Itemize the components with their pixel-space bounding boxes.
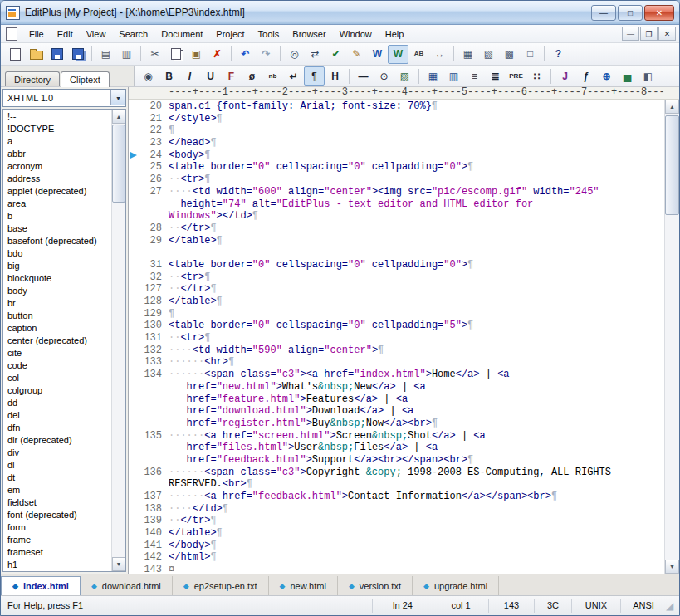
title-bar[interactable]: EditPlus [My Project] - [X:\home\EPP3\in… bbox=[1, 1, 679, 25]
code-line[interactable]: ······<hr>¶ bbox=[162, 356, 664, 369]
cliptext-item[interactable]: a bbox=[3, 135, 111, 148]
cliptext-item[interactable]: body bbox=[3, 285, 111, 297]
code-line[interactable]: ··</tr>¶ bbox=[162, 283, 664, 296]
context-help-icon[interactable]: ? bbox=[548, 45, 569, 64]
menu-tools[interactable]: Tools bbox=[252, 27, 286, 42]
cliptext-item[interactable]: colgroup bbox=[3, 384, 111, 397]
cliptext-library-dropdown[interactable]: XHTML 1.0 ▼ bbox=[2, 89, 126, 107]
cliptext-item[interactable]: dl bbox=[3, 459, 111, 472]
view-in-browser-icon[interactable]: W bbox=[367, 45, 388, 64]
code-line[interactable]: </table>¶ bbox=[162, 235, 664, 247]
javascript-icon[interactable]: J bbox=[555, 66, 575, 86]
code-line[interactable]: href="download.html">Download</a> | <a bbox=[162, 405, 664, 418]
cliptext-item[interactable]: font (deprecated) bbox=[3, 509, 111, 521]
cliptext-item[interactable]: blockquote bbox=[3, 272, 111, 285]
code-line[interactable]: ····</td>¶ bbox=[162, 503, 664, 516]
code-line[interactable]: ¤ bbox=[162, 564, 664, 574]
new-file-icon[interactable] bbox=[5, 45, 26, 64]
cliptext-item[interactable]: b bbox=[3, 210, 111, 222]
paste-icon[interactable]: ▣ bbox=[186, 45, 207, 64]
cliptext-item[interactable]: form bbox=[3, 521, 111, 534]
table-icon[interactable]: ▦ bbox=[423, 66, 443, 86]
print-icon[interactable]: ▤ bbox=[95, 45, 116, 64]
close-button[interactable]: ✕ bbox=[644, 5, 674, 21]
cliptext-item[interactable]: caption bbox=[3, 322, 111, 335]
code-line[interactable]: </head>¶ bbox=[162, 137, 664, 149]
menu-window[interactable]: Window bbox=[333, 27, 379, 42]
menu-view[interactable]: View bbox=[80, 27, 113, 42]
paragraph-mark-icon[interactable]: ¶ bbox=[304, 66, 325, 86]
print-preview-icon[interactable]: ▥ bbox=[116, 45, 137, 64]
bold-icon[interactable]: B bbox=[159, 66, 179, 86]
menu-document[interactable]: Document bbox=[154, 27, 209, 42]
nbsp-icon[interactable]: nb bbox=[262, 66, 283, 86]
code-line[interactable]: <table border="0" cellspacing="0" cellpa… bbox=[162, 259, 664, 271]
cliptext-item[interactable]: div bbox=[3, 447, 111, 459]
cliptext-item[interactable]: frameset bbox=[3, 546, 111, 559]
code-line[interactable]: height="74" alt="EditPlus - text editor … bbox=[162, 198, 664, 211]
doc-tab-version.txt[interactable]: ◆version.txt bbox=[338, 576, 413, 595]
code-line[interactable]: href="register.html">Buy&nbsp;Now</a><br… bbox=[162, 418, 664, 430]
code-line[interactable]: ······<span class="c3"><a href="index.ht… bbox=[162, 369, 664, 381]
cliptext-item[interactable]: center (deprecated) bbox=[3, 335, 111, 347]
doc-tab-download.html[interactable]: ◆download.html bbox=[81, 576, 173, 595]
tab-directory[interactable]: Directory bbox=[5, 71, 60, 86]
document-list-icon[interactable]: ▦ bbox=[457, 45, 478, 64]
code-line[interactable]: <table border="0" cellspacing="0" cellpa… bbox=[162, 161, 664, 174]
fullscreen-icon[interactable]: □ bbox=[520, 45, 541, 64]
scrollbar-thumb[interactable] bbox=[112, 125, 125, 203]
table-cell-icon[interactable]: ▥ bbox=[443, 66, 464, 86]
no-break-icon[interactable]: ø bbox=[242, 66, 262, 86]
code-line[interactable]: RESERVED.<br>¶ bbox=[162, 478, 664, 491]
cliptext-item[interactable]: frame bbox=[3, 534, 111, 546]
cliptext-item[interactable]: base bbox=[3, 222, 111, 235]
resize-grip[interactable]: ◢ bbox=[666, 599, 679, 613]
cliptext-item[interactable]: !-- bbox=[3, 110, 111, 123]
code-line[interactable]: span.c1 {font-family: Arial; font-size: … bbox=[162, 100, 664, 113]
code-line[interactable]: ····<td width="590" align="center">¶ bbox=[162, 345, 664, 357]
italic-icon[interactable]: I bbox=[179, 66, 200, 86]
cliptext-scrollbar[interactable]: ▲ ▼ bbox=[111, 110, 125, 571]
code-line[interactable]: ¶ bbox=[162, 125, 664, 137]
code-line[interactable]: </table>¶ bbox=[162, 527, 664, 540]
menu-browser[interactable]: Browser bbox=[286, 27, 332, 42]
mdi-minimize-button[interactable]: — bbox=[622, 27, 639, 41]
edit-script-icon[interactable]: ✎ bbox=[346, 45, 367, 64]
menu-file[interactable]: File bbox=[22, 27, 51, 42]
open-folder-icon[interactable] bbox=[26, 45, 46, 64]
cliptext-item[interactable]: br bbox=[3, 297, 111, 310]
cliptext-item[interactable]: dt bbox=[3, 472, 111, 484]
word-wrap-icon[interactable]: ↔ bbox=[429, 45, 450, 64]
cliptext-item[interactable]: acronym bbox=[3, 160, 111, 173]
code-line[interactable]: ··</tr>¶ bbox=[162, 222, 664, 235]
cliptext-item[interactable]: code bbox=[3, 359, 111, 372]
cliptext-item[interactable]: dfn bbox=[3, 422, 111, 434]
mdi-restore-button[interactable]: ❐ bbox=[640, 27, 658, 41]
cliptext-item[interactable]: fieldset bbox=[3, 496, 111, 509]
chart-icon[interactable]: ▅ bbox=[617, 66, 638, 86]
project-panel-icon[interactable]: ▧ bbox=[478, 45, 499, 64]
doc-tab-upgrade.html[interactable]: ◆upgrade.html bbox=[413, 576, 499, 595]
cliptext-item[interactable]: button bbox=[3, 310, 111, 322]
code-line[interactable]: ··</tr>¶ bbox=[162, 515, 664, 527]
line-break-icon[interactable]: ↵ bbox=[283, 66, 304, 86]
cliptext-item[interactable]: em bbox=[3, 484, 111, 496]
anchor-icon[interactable]: ⊙ bbox=[374, 66, 394, 86]
panes-icon[interactable]: ◧ bbox=[638, 66, 658, 86]
menu-search[interactable]: Search bbox=[112, 27, 154, 42]
align-center-icon[interactable]: ≣ bbox=[485, 66, 506, 86]
cliptext-item[interactable]: del bbox=[3, 409, 111, 422]
code-line[interactable]: ··<tr>¶ bbox=[162, 174, 664, 186]
mdi-close-button[interactable]: ✕ bbox=[658, 27, 676, 41]
align-left-icon[interactable]: ≡ bbox=[464, 66, 485, 86]
cliptext-item[interactable]: applet (deprecated) bbox=[3, 185, 111, 198]
code-line[interactable]: </style>¶ bbox=[162, 113, 664, 125]
chevron-down-icon[interactable]: ▼ bbox=[110, 90, 125, 105]
cut-icon[interactable]: ✂ bbox=[144, 45, 165, 64]
menu-edit[interactable]: Edit bbox=[51, 27, 80, 42]
code-line[interactable] bbox=[162, 247, 664, 259]
code-line[interactable]: </body>¶ bbox=[162, 540, 664, 552]
editor-scrollbar[interactable]: ▲ ▼ bbox=[664, 100, 679, 574]
scrollbar-track[interactable] bbox=[665, 114, 679, 560]
code-line[interactable]: <table border="0" cellspacing="0" cellpa… bbox=[162, 320, 664, 332]
